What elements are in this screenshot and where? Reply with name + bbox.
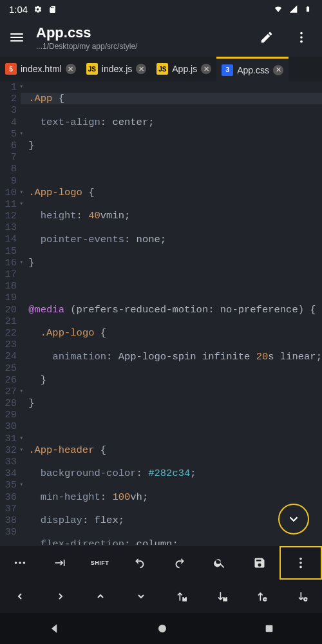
tab-key-button[interactable] xyxy=(40,546,80,580)
back-button[interactable] xyxy=(48,622,61,635)
tab-label: App.css xyxy=(237,65,269,75)
file-path: ...1/Desktop/my app/src/style/ xyxy=(36,42,246,51)
arrow-right-button[interactable] xyxy=(41,580,81,613)
svg-point-8 xyxy=(299,558,302,560)
toolbar-row-2: M M C C xyxy=(0,580,322,613)
search-button[interactable] xyxy=(200,546,240,580)
wifi-icon xyxy=(273,4,283,14)
move-line-down-button[interactable]: M xyxy=(202,580,242,613)
more-button[interactable] xyxy=(0,546,40,580)
file-title: App.css xyxy=(36,24,246,41)
tab-index-js[interactable]: JS index.js ✕ xyxy=(81,57,151,81)
status-bar: 1:04 xyxy=(0,0,322,18)
svg-point-19 xyxy=(158,625,166,632)
svg-text:C: C xyxy=(303,596,307,602)
tab-label: index.html xyxy=(21,64,62,74)
gear-icon xyxy=(32,4,43,14)
svg-point-10 xyxy=(299,566,302,569)
cursor-up-button[interactable]: C xyxy=(242,580,282,613)
html-icon: 5 xyxy=(5,63,17,75)
svg-point-9 xyxy=(299,562,302,564)
js-icon: JS xyxy=(86,63,98,75)
move-line-up-button[interactable]: M xyxy=(161,580,202,613)
redo-button[interactable] xyxy=(160,546,200,580)
arrow-up-button[interactable] xyxy=(80,580,121,613)
svg-point-3 xyxy=(15,562,17,564)
home-button[interactable] xyxy=(156,623,168,634)
code-area[interactable]: .App { text-align: center; } .App-logo {… xyxy=(21,81,322,545)
svg-rect-20 xyxy=(265,625,272,632)
signal-icon xyxy=(288,4,298,14)
svg-point-0 xyxy=(300,32,303,35)
battery-icon xyxy=(303,4,313,14)
tab-app-js[interactable]: JS App.js ✕ xyxy=(151,57,216,81)
code-editor[interactable]: 123456789 1011121314151617181920 2122232… xyxy=(0,81,322,545)
undo-button[interactable] xyxy=(120,546,160,580)
close-icon[interactable]: ✕ xyxy=(273,65,283,75)
tab-strip: 5 index.html ✕ JS index.js ✕ JS App.js ✕… xyxy=(0,57,322,81)
svg-text:M: M xyxy=(183,596,187,602)
css-icon: 3 xyxy=(222,64,233,76)
cursor-down-button[interactable]: C xyxy=(282,580,323,613)
system-nav-bar xyxy=(0,613,322,644)
svg-point-5 xyxy=(23,562,26,564)
line-gutter: 123456789 1011121314151617181920 2122232… xyxy=(0,81,21,545)
tab-app-css[interactable]: 3 App.css ✕ xyxy=(216,57,289,81)
expand-fab[interactable] xyxy=(278,504,309,535)
svg-point-1 xyxy=(300,36,303,39)
js-icon: JS xyxy=(156,63,168,75)
sd-card-icon xyxy=(47,4,57,14)
close-icon[interactable]: ✕ xyxy=(66,64,76,74)
overflow-button[interactable] xyxy=(287,23,316,52)
menu-button[interactable] xyxy=(4,24,30,50)
close-icon[interactable]: ✕ xyxy=(136,64,146,74)
clock: 1:04 xyxy=(9,4,28,15)
close-icon[interactable]: ✕ xyxy=(201,64,211,74)
arrow-down-button[interactable] xyxy=(121,580,162,613)
arrow-left-button[interactable] xyxy=(0,580,41,613)
save-button[interactable] xyxy=(240,546,279,580)
toolbar-overflow-button[interactable] xyxy=(279,546,322,580)
recent-button[interactable] xyxy=(264,623,274,634)
svg-point-2 xyxy=(300,41,303,43)
tab-index-html[interactable]: 5 index.html ✕ xyxy=(0,57,81,81)
app-bar: App.css ...1/Desktop/my app/src/style/ xyxy=(0,18,322,57)
svg-text:M: M xyxy=(223,596,227,602)
svg-text:C: C xyxy=(263,596,267,602)
tab-label: App.js xyxy=(172,64,197,74)
shift-button[interactable]: SHIFT xyxy=(80,546,120,580)
edit-button[interactable] xyxy=(252,23,281,52)
svg-point-4 xyxy=(19,562,21,564)
tab-label: index.js xyxy=(102,64,132,74)
toolbar-row-1: SHIFT xyxy=(0,546,322,580)
